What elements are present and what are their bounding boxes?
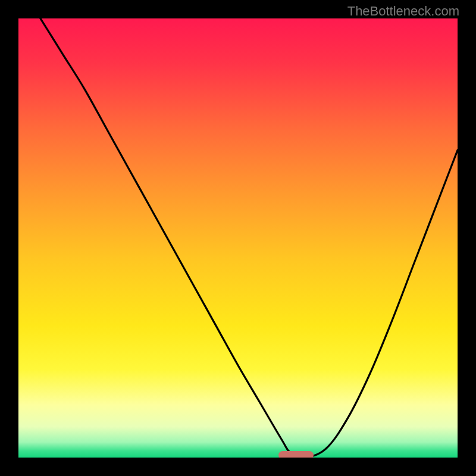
bottleneck-curve: [18, 18, 458, 458]
chart-container: TheBottleneck.com: [0, 0, 476, 476]
optimal-marker: [278, 451, 314, 458]
watermark-text: TheBottleneck.com: [347, 4, 459, 19]
plot-area: [18, 18, 458, 458]
